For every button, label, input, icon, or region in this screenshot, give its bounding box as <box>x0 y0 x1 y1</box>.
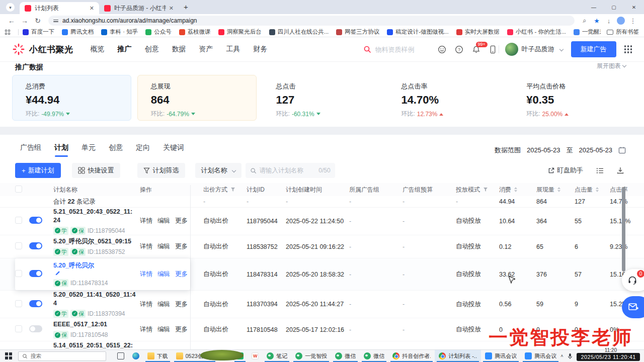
calendar-icon[interactable] <box>618 146 626 154</box>
taskbar-app[interactable] <box>128 350 143 362</box>
new-tab-button[interactable]: + <box>184 3 188 11</box>
tab-search-icon[interactable]: ▾ <box>6 3 15 12</box>
window-close-button[interactable]: ✕ <box>624 5 644 10</box>
op-detail-link[interactable]: 详情 <box>140 217 152 225</box>
help-icon[interactable]: ? <box>455 45 463 54</box>
download-icon[interactable] <box>617 167 624 174</box>
plan-name[interactable]: 5.21_0521_20:43_0522_11:24 <box>53 208 136 225</box>
op-edit-link[interactable]: 编辑 <box>157 270 170 279</box>
expand-chart-button[interactable]: 展开图表 <box>597 62 626 70</box>
select-all-checkbox[interactable] <box>15 186 22 193</box>
sort-icon[interactable] <box>514 186 517 194</box>
taskbar-app[interactable]: 微信 <box>331 350 360 362</box>
date-from[interactable]: 2025-05-23 <box>527 146 560 154</box>
row-checkbox[interactable] <box>15 217 22 224</box>
row-toggle[interactable] <box>29 242 42 249</box>
search-field-dropdown[interactable]: 计划名称 <box>195 163 242 178</box>
message-float-button[interactable] <box>622 296 644 318</box>
plan-name[interactable]: 5.20_0520_11:41_0520_11:44 <box>53 291 136 308</box>
plan-name[interactable]: 5.20_呼伦贝尔 <box>53 261 136 270</box>
window-maximize-button[interactable]: ▢ <box>604 5 624 10</box>
taskbar-app[interactable]: 腾讯会议 <box>521 350 560 362</box>
op-detail-link[interactable]: 详情 <box>140 300 152 309</box>
column-header[interactable]: 计划名称 <box>53 186 140 194</box>
taskbar-app[interactable]: 微信 <box>360 350 388 362</box>
plan-name[interactable]: EEEE_0517_12:01 <box>53 320 136 329</box>
all-bookmarks-button[interactable]: 所有书签 <box>601 28 639 36</box>
mobile-icon[interactable] <box>489 45 497 54</box>
row-checkbox[interactable] <box>15 300 22 307</box>
plan-name[interactable]: 5.14_0515_20:51_0515_22:27_0515_22:30_05… <box>53 341 136 349</box>
nav-item[interactable]: 数据 <box>172 45 186 54</box>
new-ad-button[interactable]: 新建广告 <box>571 41 616 57</box>
apps-launcher-icon[interactable] <box>624 45 632 53</box>
op-detail-link[interactable]: 详情 <box>140 270 152 279</box>
header-search-input[interactable] <box>375 46 431 53</box>
sort-icon[interactable] <box>557 186 560 194</box>
zoom-search-icon[interactable]: ⌕ <box>579 17 591 25</box>
watch-assistant-button[interactable]: 盯盘助手 <box>548 166 583 175</box>
plan-search-input[interactable] <box>260 167 316 174</box>
vertical-scrollbar[interactable] <box>622 187 625 272</box>
op-more-link[interactable]: 更多 <box>175 217 188 225</box>
nav-item[interactable]: 概览 <box>91 45 105 54</box>
nav-item[interactable]: 资产 <box>199 45 213 54</box>
row-checkbox[interactable] <box>15 270 22 277</box>
windows-start-button[interactable] <box>5 352 12 359</box>
edit-name-icon[interactable] <box>55 270 60 276</box>
plan-search[interactable]: 0/50 <box>246 163 335 178</box>
column-settings-icon[interactable] <box>596 167 604 174</box>
notifications[interactable]: 99+ <box>472 45 480 54</box>
browser-tab[interactable]: 叶子品质游 - 小红书搜索 ✕ <box>99 2 179 14</box>
row-toggle[interactable] <box>29 300 42 307</box>
bookmark-item[interactable]: 公众号 <box>145 28 172 36</box>
tray-expand-icon[interactable]: ˄ <box>560 353 563 358</box>
sort-icon[interactable] <box>596 186 599 194</box>
bookmark-item[interactable]: 李科 · 知乎 <box>101 28 138 36</box>
op-more-link[interactable]: 更多 <box>175 325 188 334</box>
address-bar[interactable]: ad.xiaohongshu.com/aurora/ad/manage/camp… <box>48 16 575 26</box>
op-detail-link[interactable]: 详情 <box>140 242 152 251</box>
header-search[interactable] <box>363 45 431 53</box>
op-more-link[interactable]: 更多 <box>175 270 188 279</box>
downloads-icon[interactable]: ↓ <box>603 17 615 25</box>
window-minimize-button[interactable]: — <box>584 5 604 10</box>
tab-close-icon[interactable]: ✕ <box>169 5 174 12</box>
bookmark-item[interactable]: 实时大屏数据 <box>456 28 500 36</box>
op-edit-link[interactable]: 编辑 <box>157 325 170 334</box>
taskbar-app[interactable]: 一觉智投 <box>291 350 331 362</box>
nav-item[interactable]: 工具 <box>226 45 240 54</box>
browser-menu-icon[interactable]: ⋮ <box>627 17 639 25</box>
taskbar-search-input[interactable] <box>31 353 102 359</box>
op-edit-link[interactable]: 编辑 <box>157 242 170 251</box>
taskbar-app[interactable]: 计划列表 -... <box>435 350 481 362</box>
bookmark-item[interactable]: 荔枝微课 <box>179 28 211 36</box>
quick-settings-button[interactable]: 快捷设置 <box>72 163 120 178</box>
smiley-icon[interactable] <box>438 45 446 54</box>
bookmark-item[interactable]: 稿定设计-做图做视... <box>387 28 448 36</box>
section-tab[interactable]: 单元 <box>82 143 96 157</box>
logo[interactable]: 小红书聚光 <box>12 43 73 56</box>
section-tab[interactable]: 计划 <box>54 143 68 157</box>
section-tab[interactable]: 定向 <box>136 143 150 157</box>
plan-name[interactable]: 5.20_呼伦贝尔_0521_09:15 <box>53 237 136 246</box>
filter-icon[interactable] <box>230 187 235 192</box>
bookmark-item[interactable]: 百度一下 <box>23 28 54 36</box>
row-toggle[interactable] <box>29 325 42 332</box>
row-toggle[interactable] <box>29 217 42 224</box>
apps-grid-icon[interactable] <box>5 30 10 35</box>
new-plan-button[interactable]: +新建计划 <box>15 163 61 178</box>
taskbar-app[interactable]: 腾讯会议 <box>481 350 521 362</box>
account-menu[interactable]: 叶子品质游 <box>505 43 563 56</box>
op-more-link[interactable]: 更多 <box>175 300 188 309</box>
row-checkbox[interactable] <box>15 242 22 249</box>
taskbar-app[interactable] <box>113 350 128 362</box>
nav-item[interactable]: 推广 <box>118 45 132 54</box>
op-more-link[interactable]: 更多 <box>175 242 188 251</box>
column-header[interactable]: 点击量 <box>575 186 610 194</box>
column-header[interactable]: 投放模式 <box>456 186 499 194</box>
taskbar-app[interactable]: 下载 <box>143 350 172 362</box>
site-settings-icon[interactable] <box>53 20 58 22</box>
taskbar-app[interactable] <box>248 350 263 362</box>
nav-item[interactable]: 财务 <box>254 45 268 54</box>
